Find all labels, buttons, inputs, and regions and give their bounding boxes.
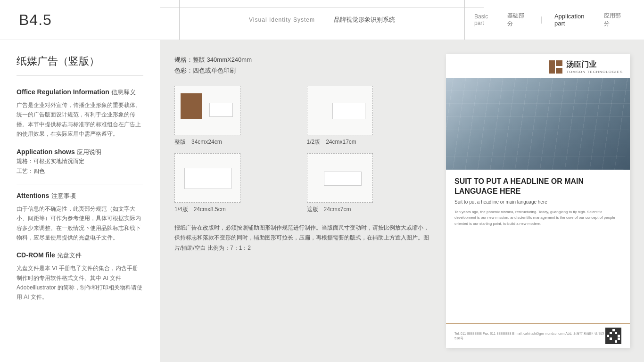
- app-part-en: Application part: [554, 13, 594, 27]
- building-facade: [446, 78, 630, 170]
- layout-full-item: 整版 34cmx24cm: [174, 86, 300, 146]
- header-right: Basic part 基础部分 | Application part 应用部分: [465, 0, 625, 40]
- preview-subheadline: Suit to put a headline or main language …: [454, 199, 621, 205]
- section-application-title: Application shows 应用说明: [17, 148, 143, 156]
- section-application-item2: 工艺：四色: [17, 166, 143, 177]
- section-application-item1: 规格：可根据实地情况而定: [17, 156, 143, 167]
- layout-full-label: 整版 34cmx24cm: [174, 138, 222, 146]
- preview-card: 汤臣门业 TOMSON TECHNOLOGIES SUIT TO PUT A H…: [446, 54, 630, 348]
- section-attentions-body: 由于信息的不确定性，此页部分规范（如文字大小、间距等）可作为参考使用，具体可根据…: [17, 204, 143, 243]
- section-info-body: 广告是企业对外宣传，传播企业形象的重要载体。统一的广告版面设计规范，有利于企业形…: [17, 100, 143, 139]
- layout-half-label: 1/2版 24cmx17cm: [307, 138, 356, 146]
- preview-text-area: SUIT TO PUT A HEADLINE OR MAIN LANGUAGE …: [446, 170, 630, 323]
- layout-quarter-inner: [184, 168, 231, 189]
- preview-building-image: [446, 78, 630, 170]
- section-attentions: Attentions 注意事项 由于信息的不确定性，此页部分规范（如文字大小、间…: [17, 191, 143, 243]
- vis-cn-label: 品牌视觉形象识别系统: [334, 16, 395, 24]
- section-attentions-title: Attentions 注意事项: [17, 191, 143, 200]
- header-center-labels: Visual Identity System 品牌视觉形象识别系统: [249, 16, 395, 24]
- layout-quarter-label: 1/4版 24cmx8.5cm: [174, 206, 226, 214]
- layout-half-box: [307, 86, 373, 135]
- content-area: 规格：整版 340mmX240mm 色彩：四色或单色印刷 整版 34cmx24c…: [160, 40, 644, 362]
- section-info-title: Office Regulation Information 信息释义: [17, 88, 143, 97]
- layout-half-inner: [332, 103, 365, 119]
- layout-quarter-item: 1/4版 24cmx8.5cm: [174, 153, 300, 214]
- spec-color: 色彩：四色或单色印刷: [174, 65, 432, 76]
- svg-rect-0: [549, 60, 555, 74]
- layout-cover-item: 遮版 24cmx7cm: [307, 153, 432, 214]
- layout-half-item: 1/2版 24cmx17cm: [307, 86, 432, 146]
- svg-rect-2: [556, 68, 562, 74]
- spec-header: 规格：整版 340mmX240mm 色彩：四色或单色印刷: [174, 54, 432, 76]
- section-info: Office Regulation Information 信息释义 广告是企业…: [17, 88, 143, 139]
- header-left: B4.5: [19, 11, 179, 29]
- specs-area: 规格：整版 340mmX240mm 色彩：四色或单色印刷 整版 34cmx24c…: [174, 54, 432, 348]
- header: B4.5 Visual Identity System 品牌视觉形象识别系统 B…: [0, 0, 644, 40]
- brand-name-cn: 汤臣门业: [566, 60, 596, 68]
- brand-icon: [549, 60, 562, 74]
- preview-footer: Tel: 011-88888888 Fax: 011-88888888 E-ma…: [446, 323, 630, 348]
- sidebar: 纸媒广告（竖版） Office Regulation Information 信…: [0, 40, 160, 362]
- layout-cover-inner: [324, 172, 362, 186]
- brand-text: 汤臣门业 TOMSON TECHNOLOGIES: [566, 60, 623, 74]
- section-cdrom-title: CD-ROM file 光盘文件: [17, 251, 143, 260]
- preview-body-text: Ten years ago, the phoenix nirvana, rest…: [454, 209, 621, 227]
- vis-en-label: Visual Identity System: [249, 16, 315, 23]
- layout-quarter-box: [174, 153, 240, 203]
- section-divider-1: [17, 184, 143, 184]
- section-application: Application shows 应用说明 规格：可根据实地情况而定 工艺：四…: [17, 148, 143, 177]
- layout-full-white: [209, 103, 233, 117]
- sidebar-page-title: 纸媒广告（竖版）: [17, 54, 143, 76]
- ad-layouts-grid: 整版 34cmx24cm 1/2版 24cmx17cm 1/4版 24cmx8.…: [174, 86, 432, 214]
- qr-code: [605, 328, 621, 344]
- brand-name-en: TOMSON TECHNOLOGIES: [566, 70, 623, 74]
- preview-card-header: 汤臣门业 TOMSON TECHNOLOGIES: [446, 54, 630, 78]
- layout-cover-box: [307, 153, 373, 203]
- brand-logo: 汤臣门业 TOMSON TECHNOLOGIES: [549, 60, 623, 74]
- header-center: Visual Identity System 品牌视觉形象识别系统: [179, 0, 465, 40]
- basic-part-en: Basic part: [474, 13, 498, 26]
- layout-cover-label: 遮版 24cmx7cm: [307, 206, 351, 214]
- layout-full-box: [174, 86, 240, 135]
- basic-part-cn: 基础部分: [507, 12, 528, 28]
- header-rule-center: [160, 8, 484, 8]
- section-cdrom-body: 光盘文件是本 VI 手册电子文件的集合，内含手册制作时的专用软件格式文件。其中 …: [17, 263, 143, 302]
- app-part-cn: 应用部分: [604, 12, 625, 28]
- preview-headline: SUIT TO PUT A HEADLINE OR MAIN LANGUAGE …: [454, 177, 621, 197]
- preview-footer-contact: Tel: 011-88888888 Fax: 011-88888888 E-ma…: [454, 331, 605, 341]
- layout-full-brown: [181, 93, 202, 119]
- main-content: 纸媒广告（竖版） Office Regulation Information 信…: [0, 40, 644, 362]
- svg-rect-1: [556, 60, 562, 66]
- section-cdrom: CD-ROM file 光盘文件 光盘文件是本 VI 手册电子文件的集合，内含手…: [17, 251, 143, 302]
- spec-note: 报纸广告在改版时，必须按照辅助图形制作规范进行制作。当版面尺寸变动时，请按比例放…: [174, 223, 432, 254]
- brand-svg-icon: [549, 60, 562, 74]
- spec-size: 规格：整版 340mmX240mm: [174, 54, 432, 65]
- page-number: B4.5: [19, 11, 52, 29]
